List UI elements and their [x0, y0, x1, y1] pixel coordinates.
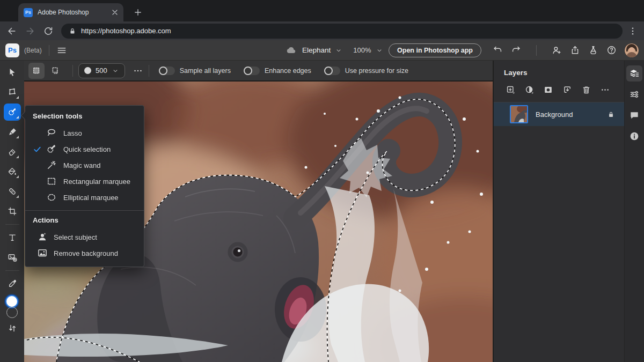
open-in-app-button[interactable]: Open in Photoshop app	[389, 43, 481, 57]
share-icon[interactable]	[570, 45, 580, 55]
chevron-down-icon[interactable]	[335, 47, 342, 54]
mask-icon[interactable]	[543, 85, 553, 95]
menu-item-elliptical-marquee[interactable]: Elliptical marquee	[25, 189, 144, 205]
help-icon[interactable]	[606, 45, 617, 55]
toggle-label: Sample all layers	[180, 67, 231, 75]
quick-selection-icon	[46, 144, 57, 154]
divider	[5, 224, 19, 225]
move-icon	[8, 68, 17, 77]
add-to-selection-glyph	[51, 66, 61, 76]
canvas[interactable]: Selection tools Lasso Quick selection	[24, 82, 493, 362]
quick-selection-tool[interactable]	[4, 104, 21, 121]
invite-people-icon[interactable]	[552, 45, 562, 55]
photoshop-header: Ps (Beta) Elephant 100% Open in Photosho…	[0, 40, 644, 61]
redo-icon[interactable]	[511, 45, 521, 55]
beta-label: (Beta)	[24, 47, 42, 54]
more-options-icon[interactable]	[600, 85, 610, 95]
adjustment-icon[interactable]	[524, 85, 535, 95]
divider	[49, 45, 49, 56]
eyedropper-icon	[8, 279, 17, 289]
swap-arrows-icon	[8, 323, 17, 333]
tab-close-icon[interactable]	[111, 8, 119, 17]
tab-title: Adobe Photoshop	[38, 9, 111, 16]
info-panel-icon[interactable]	[626, 128, 642, 144]
fill-icon	[8, 167, 17, 176]
enhance-edges-toggle[interactable]	[244, 67, 260, 75]
menu-item-quick-selection[interactable]: Quick selection	[25, 141, 144, 157]
document-info: Elephant 100%	[286, 40, 383, 60]
fill-tool[interactable]	[4, 163, 21, 180]
document-area: 500 Sample all layers Enhance edges Use …	[24, 61, 493, 362]
new-selection-glyph	[32, 66, 41, 76]
layers-panel-toolbar	[494, 77, 624, 95]
layer-row-background[interactable]: Background	[494, 102, 624, 126]
forward-icon[interactable]	[25, 26, 35, 36]
browser-tab[interactable]: Ps Adobe Photoshop	[18, 3, 123, 21]
healing-tool[interactable]	[4, 183, 21, 200]
avatar[interactable]	[625, 43, 639, 57]
undo-icon[interactable]	[493, 45, 503, 55]
hamburger-menu-icon[interactable]	[56, 45, 67, 56]
use-pressure-toggle[interactable]	[324, 67, 340, 75]
menu-item-lasso[interactable]: Lasso	[25, 125, 144, 141]
sample-all-layers-toggle-group: Sample all layers	[159, 67, 239, 75]
browser-tab-bar: Ps Adobe Photoshop	[0, 0, 644, 21]
lasso-icon	[46, 128, 57, 138]
merge-icon[interactable]	[562, 85, 573, 95]
url-text: https://photoshop.adobe.com	[81, 27, 171, 35]
rectangular-marquee-icon	[46, 176, 57, 187]
panel-icon-strip	[624, 61, 644, 362]
ellipsis-icon[interactable]	[133, 65, 143, 76]
layers-panel-icon[interactable]	[626, 65, 642, 82]
eraser-icon	[8, 147, 17, 157]
foreground-color-swatch[interactable]	[5, 295, 18, 308]
eyedropper-tool[interactable]	[4, 275, 21, 292]
select-subject-icon	[37, 232, 48, 242]
divider	[149, 65, 149, 77]
type-icon	[8, 233, 17, 242]
info-icon	[629, 131, 640, 142]
url-bar[interactable]: https://photoshop.adobe.com	[61, 24, 623, 39]
menu-item-select-subject[interactable]: Select subject	[25, 229, 144, 245]
chevron-down-icon[interactable]	[376, 47, 383, 54]
new-selection-icon[interactable]	[28, 63, 45, 79]
eraser-tool[interactable]	[4, 143, 21, 160]
photoshop-favicon: Ps	[24, 8, 33, 17]
menu-item-remove-background[interactable]: Remove background	[25, 245, 144, 261]
transform-tool[interactable]	[4, 84, 21, 101]
layer-name: Background	[536, 110, 573, 119]
type-tool[interactable]	[4, 229, 21, 246]
kebab-menu-icon[interactable]	[628, 26, 638, 36]
delete-icon[interactable]	[581, 85, 591, 95]
comments-panel-icon[interactable]	[626, 107, 642, 123]
toggle-label: Enhance edges	[265, 67, 311, 75]
back-icon[interactable]	[6, 26, 17, 36]
place-image-tool[interactable]	[4, 249, 21, 266]
brush-size-dropdown[interactable]: 500	[78, 63, 125, 78]
menu-item-magic-wand[interactable]: Magic wand	[25, 157, 144, 173]
place-image-icon	[8, 253, 17, 262]
properties-panel-icon[interactable]	[626, 86, 642, 102]
menu-item-rectangular-marquee[interactable]: Rectangular marquee	[25, 173, 144, 189]
move-tool[interactable]	[4, 64, 21, 81]
brush-icon	[8, 127, 17, 137]
browser-window: Ps Adobe Photoshop https://photoshop.ado…	[0, 0, 644, 362]
crop-tool[interactable]	[4, 203, 21, 220]
background-color-swatch[interactable]	[6, 307, 18, 318]
layer-thumbnail	[510, 105, 528, 123]
reload-icon[interactable]	[43, 26, 54, 36]
add-layer-icon[interactable]	[506, 85, 516, 95]
brush-tool[interactable]	[4, 123, 21, 141]
cloud-icon	[286, 45, 297, 56]
comment-bubble-icon	[629, 110, 640, 121]
lock-icon[interactable]	[607, 110, 615, 119]
beta-flask-icon[interactable]	[588, 45, 598, 55]
toggle-label: Use pressure for size	[345, 67, 408, 75]
layers-panel-title: Layers	[494, 61, 624, 77]
add-to-selection-icon[interactable]	[48, 63, 64, 79]
color-swatches[interactable]	[3, 295, 21, 319]
swap-colors-tool[interactable]	[4, 320, 21, 337]
new-tab-icon[interactable]	[133, 8, 143, 17]
sample-all-layers-toggle[interactable]	[159, 67, 175, 75]
divider	[5, 270, 19, 271]
